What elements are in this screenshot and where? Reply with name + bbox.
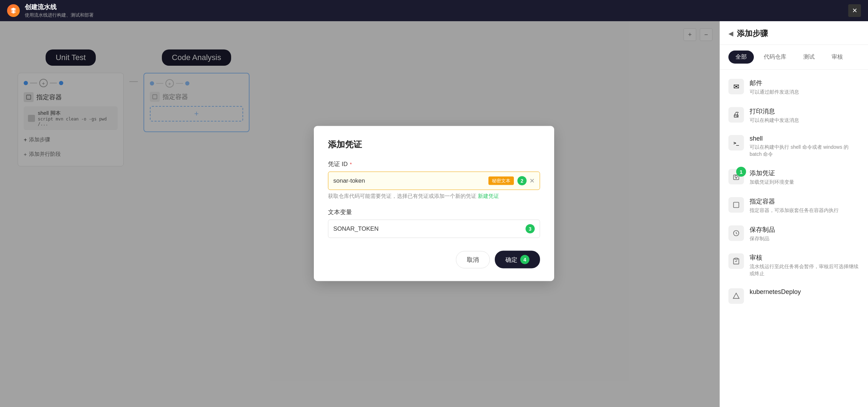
print-item-desc: 可以在构建中发送消息 bbox=[750, 117, 860, 124]
credential-item-desc: 加载凭证到环境变量 bbox=[750, 179, 860, 186]
sidebar-item-shell[interactable]: >_ shell 可以在构建中执行 shell 命令或者 windows 的 b… bbox=[720, 129, 868, 163]
print-item-name: 打印消息 bbox=[750, 107, 860, 116]
cancel-button[interactable]: 取消 bbox=[456, 251, 490, 268]
modal-footer: 取消 确定 4 bbox=[328, 251, 540, 269]
required-star: * bbox=[350, 161, 352, 167]
credential-id-label: 凭证 ID * bbox=[328, 160, 540, 168]
text-var-input-wrapper[interactable]: 3 bbox=[328, 220, 540, 238]
sidebar-item-mail[interactable]: ✉ 邮件 可以通过邮件发送消息 bbox=[720, 73, 868, 101]
svg-rect-5 bbox=[734, 202, 739, 207]
filter-tab-all[interactable]: 全部 bbox=[728, 51, 754, 64]
text-var-step-badge: 3 bbox=[526, 224, 535, 234]
sidebar-item-artifact[interactable]: 保存制品 保存制品 bbox=[720, 220, 868, 248]
sidebar-items-list: ✉ 邮件 可以通过邮件发送消息 🖨 打印消息 可以在构建中发送消息 bbox=[720, 70, 868, 313]
sidebar-item-review[interactable]: 审核 流水线运行至此任务将会暂停，审核后可选择继续或终止 bbox=[720, 248, 868, 283]
filter-tab-test[interactable]: 测试 bbox=[796, 51, 822, 64]
credential-id-value: sonar-token bbox=[333, 177, 485, 184]
container-sidebar-icon bbox=[728, 197, 744, 213]
sidebar-item-print[interactable]: 🖨 打印消息 可以在构建中发送消息 bbox=[720, 101, 868, 130]
credential-badge: 1 bbox=[736, 167, 746, 177]
confirm-step-badge: 4 bbox=[520, 255, 529, 264]
sidebar-title: 添加步骤 bbox=[737, 28, 768, 39]
credential-hint: 获取仓库代码可能需要凭证，选择已有凭证或添加一个新的凭证 新建凭证 bbox=[328, 193, 540, 200]
svg-rect-7 bbox=[735, 258, 738, 259]
app-title: 创建流水线 bbox=[25, 3, 94, 11]
sidebar-back-button[interactable]: ◀ bbox=[728, 30, 733, 37]
mail-icon: ✉ bbox=[728, 79, 744, 94]
new-credential-link[interactable]: 新建凭证 bbox=[478, 193, 499, 199]
filter-tab-review[interactable]: 审核 bbox=[825, 51, 850, 64]
print-icon: 🖨 bbox=[728, 107, 744, 123]
credential-item-name: 添加凭证 bbox=[750, 169, 860, 177]
k8s-item-name: kubernetesDeploy bbox=[750, 288, 860, 296]
credential-clear-button[interactable]: ✕ bbox=[529, 177, 535, 185]
filter-tab-repo[interactable]: 代码仓库 bbox=[757, 51, 793, 64]
container-item-desc: 指定容器，可添加嵌套任务在容器内执行 bbox=[750, 207, 860, 214]
modal-title: 添加凭证 bbox=[328, 139, 540, 150]
review-sidebar-icon bbox=[728, 253, 744, 269]
shell-item-name: shell bbox=[750, 135, 860, 142]
container-item-name: 指定容器 bbox=[750, 197, 860, 206]
right-sidebar: ◀ 添加步骤 全部 代码仓库 测试 审核 ✉ 邮件 可以通过邮件发送消息 bbox=[720, 21, 868, 407]
review-item-desc: 流水线运行至此任务将会暂停，审核后可选择继续或终止 bbox=[750, 263, 860, 277]
text-var-input[interactable] bbox=[333, 225, 522, 232]
svg-marker-8 bbox=[733, 293, 739, 299]
app-header: 创建流水线 使用流水线进行构建、测试和部署 ✕ bbox=[0, 0, 868, 21]
sidebar-item-container[interactable]: 指定容器 指定容器，可添加嵌套任务在容器内执行 bbox=[720, 191, 868, 220]
k8s-sidebar-icon bbox=[728, 288, 744, 304]
sidebar-header: ◀ 添加步骤 bbox=[720, 21, 868, 45]
artifact-item-name: 保存制品 bbox=[750, 225, 860, 234]
shell-item-desc: 可以在构建中执行 shell 命令或者 windows 的 batch 命令 bbox=[750, 144, 860, 158]
sidebar-item-k8s[interactable]: kubernetesDeploy bbox=[720, 283, 868, 309]
close-button[interactable]: ✕ bbox=[848, 4, 861, 17]
text-var-label: 文本变量 bbox=[328, 208, 540, 216]
sidebar-filter-tabs: 全部 代码仓库 测试 审核 bbox=[720, 45, 868, 70]
sidebar-item-credential[interactable]: 1 添加凭证 加载凭证到环境变量 bbox=[720, 163, 868, 191]
review-item-name: 审核 bbox=[750, 253, 860, 262]
mail-item-name: 邮件 bbox=[750, 79, 860, 87]
app-subtitle: 使用流水线进行构建、测试和部署 bbox=[25, 12, 94, 18]
shell-sidebar-icon: >_ bbox=[728, 135, 744, 151]
artifact-item-desc: 保存制品 bbox=[750, 235, 860, 242]
credential-step-badge: 2 bbox=[517, 176, 527, 185]
artifact-sidebar-icon bbox=[728, 225, 744, 241]
mail-item-desc: 可以通过邮件发送消息 bbox=[750, 89, 860, 96]
credential-id-input[interactable]: sonar-token 秘密文本 2 ✕ bbox=[328, 172, 540, 190]
confirm-button[interactable]: 确定 4 bbox=[495, 251, 540, 269]
svg-point-3 bbox=[735, 175, 738, 178]
add-credential-modal: 添加凭证 凭证 ID * sonar-token 秘密文本 2 ✕ 获取仓库代码… bbox=[314, 126, 554, 281]
credential-type-badge: 秘密文本 bbox=[488, 177, 514, 185]
app-logo bbox=[7, 4, 20, 17]
